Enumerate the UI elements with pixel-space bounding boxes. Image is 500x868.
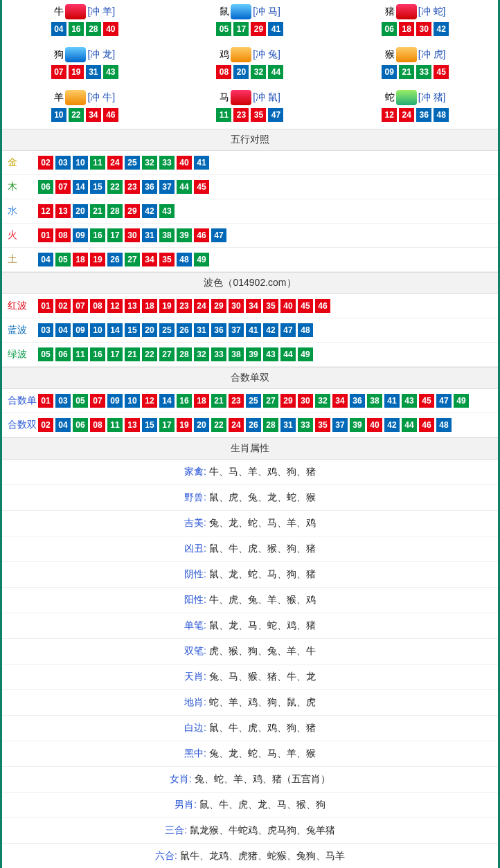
number-chip: 26 — [246, 418, 261, 432]
attr-value: 兔、龙、蛇、马、羊、鸡 — [209, 517, 316, 528]
attr-row: 家禽: 牛、马、羊、鸡、狗、猪 — [2, 460, 498, 485]
number-chip: 32 — [142, 156, 157, 170]
zodiac-numbers: 04162840 — [2, 22, 168, 36]
number-chip: 04 — [55, 418, 71, 432]
attr-row: 阳性: 牛、虎、兔、羊、猴、鸡 — [2, 588, 498, 613]
attr-value: 虎、猴、狗、兔、羊、牛 — [209, 645, 316, 656]
bose-list: 红波0102070812131819232429303435404546蓝波03… — [2, 294, 498, 367]
data-row: 土04051819262734354849 — [2, 248, 498, 272]
row-numbers: 0103050709101214161821232527293032343638… — [38, 394, 469, 408]
number-chip: 43 — [159, 204, 175, 218]
number-chip: 44 — [268, 65, 283, 79]
number-chip: 38 — [159, 228, 175, 242]
number-chip: 30 — [125, 228, 140, 242]
number-chip: 36 — [350, 394, 365, 408]
attr-row: 双笔: 虎、猴、狗、兔、羊、牛 — [2, 639, 498, 664]
attr-label: 白边: — [184, 722, 209, 733]
number-chip: 29 — [211, 299, 226, 313]
number-chip: 45 — [298, 299, 313, 313]
number-chip: 49 — [194, 253, 209, 266]
data-row: 金02031011242532334041 — [2, 151, 498, 175]
zodiac-name: 狗 — [54, 48, 64, 61]
number-chip: 01 — [38, 228, 53, 242]
number-chip: 32 — [194, 347, 209, 361]
zodiac-clash: [冲 兔] — [253, 48, 280, 61]
number-chip: 11 — [90, 156, 105, 170]
zodiac-cell: 羊[冲 牛]10223446 — [2, 86, 168, 129]
zodiac-cell: 猴[冲 虎]09213345 — [332, 43, 498, 86]
number-chip: 35 — [251, 108, 266, 122]
number-chip: 02 — [55, 299, 71, 313]
number-chip: 41 — [246, 323, 261, 337]
data-row: 火0108091617303138394647 — [2, 224, 498, 248]
number-chip: 22 — [69, 108, 84, 122]
attr-row: 地肖: 蛇、羊、鸡、狗、鼠、虎 — [2, 690, 498, 716]
number-chip: 33 — [159, 156, 175, 170]
number-chip: 34 — [86, 108, 101, 122]
number-chip: 12 — [38, 204, 53, 218]
number-chip: 36 — [211, 323, 226, 337]
number-chip: 37 — [159, 180, 175, 194]
number-chip: 21 — [399, 65, 414, 79]
number-chip: 38 — [367, 394, 382, 408]
zodiac-cell: 马[冲 鼠]11233547 — [168, 86, 333, 129]
number-chip: 15 — [142, 418, 157, 432]
number-chip: 25 — [125, 156, 140, 170]
attr-label: 女肖: — [170, 773, 195, 784]
zodiac-title: 马[冲 鼠] — [220, 90, 280, 105]
number-chip: 40 — [367, 418, 382, 432]
number-chip: 15 — [125, 323, 140, 337]
number-chip: 10 — [125, 394, 140, 408]
number-chip: 23 — [233, 108, 249, 122]
number-chip: 35 — [263, 299, 278, 313]
attr-row: 男肖: 鼠、牛、虎、龙、马、猴、狗 — [2, 793, 498, 818]
attr-row: 凶丑: 鼠、牛、虎、猴、狗、猪 — [2, 536, 498, 562]
row-numbers: 03040910141520252631363741424748 — [38, 323, 313, 337]
number-chip: 41 — [194, 156, 209, 170]
number-chip: 46 — [315, 299, 330, 313]
number-chip: 41 — [268, 22, 283, 36]
number-chip: 13 — [55, 204, 71, 218]
number-chip: 05 — [38, 347, 53, 361]
row-label: 绿波 — [8, 348, 38, 361]
number-chip: 47 — [211, 228, 226, 242]
number-chip: 02 — [38, 156, 53, 170]
number-chip: 48 — [434, 108, 449, 122]
attr-label: 凶丑: — [184, 543, 209, 554]
number-chip: 16 — [177, 394, 192, 408]
number-chip: 30 — [229, 299, 244, 313]
number-chip: 04 — [38, 253, 53, 266]
number-chip: 31 — [142, 228, 157, 242]
row-numbers: 0204060811131517192022242628313335373940… — [38, 418, 452, 432]
number-chip: 42 — [384, 418, 400, 432]
zodiac-cell: 狗[冲 龙]07193143 — [2, 43, 168, 86]
row-numbers: 1213202128294243 — [38, 204, 175, 218]
number-chip: 43 — [402, 394, 417, 408]
number-chip: 45 — [434, 65, 449, 79]
number-chip: 40 — [280, 299, 296, 313]
attr-value: 兔、蛇、羊、鸡、猪（五宫肖） — [195, 773, 330, 784]
attr-label: 吉美: — [184, 517, 209, 528]
zodiac-title: 鼠[冲 马] — [220, 4, 280, 19]
zodiac-grid: 牛[冲 羊]04162840鼠[冲 马]05172941猪[冲 蛇]061830… — [2, 0, 498, 129]
zodiac-title: 羊[冲 牛] — [54, 90, 115, 105]
number-chip: 22 — [107, 180, 123, 194]
number-chip: 09 — [107, 394, 123, 408]
number-chip: 26 — [177, 323, 192, 337]
number-chip: 01 — [38, 394, 53, 408]
zodiac-title: 狗[冲 龙] — [54, 47, 115, 62]
section-title-bose: 波色（014902.com） — [2, 272, 498, 294]
number-chip: 20 — [194, 418, 209, 432]
number-chip: 43 — [263, 347, 278, 361]
number-chip: 34 — [332, 394, 348, 408]
zodiac-name: 蛇 — [385, 91, 395, 104]
zodiac-title: 鸡[冲 兔] — [220, 47, 280, 62]
number-chip: 37 — [229, 323, 244, 337]
number-chip: 19 — [69, 65, 84, 79]
number-chip: 28 — [263, 418, 278, 432]
number-chip: 35 — [315, 418, 330, 432]
attr-row: 阴性: 鼠、龙、蛇、马、狗、猪 — [2, 562, 498, 588]
zodiac-clash: [冲 蛇] — [418, 6, 446, 18]
number-chip: 08 — [90, 299, 105, 313]
number-chip: 17 — [233, 22, 249, 36]
